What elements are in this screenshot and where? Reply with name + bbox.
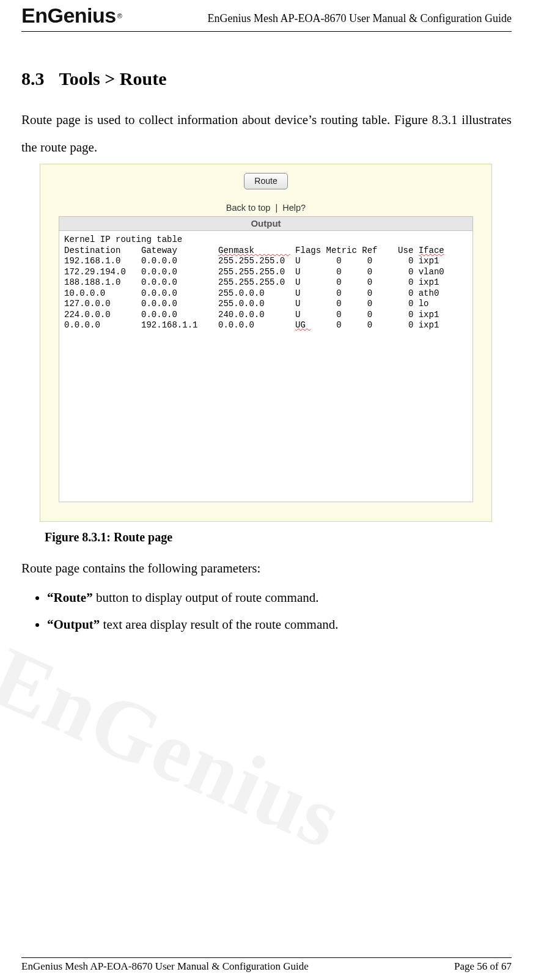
back-to-top-link[interactable]: Back to top — [226, 203, 271, 213]
list-item: “Route” button to display output of rout… — [47, 585, 512, 610]
page-footer: EnGenius Mesh AP-EOA-8670 User Manual & … — [21, 957, 512, 973]
figure-wrapper: Route Back to top | Help? Output Kernel … — [40, 164, 492, 522]
section-number: 8.3 — [21, 68, 45, 89]
output-header-bar: Output — [59, 216, 473, 231]
logo-part-gen: Gen — [47, 4, 87, 27]
figure-caption: Figure 8.3.1: Route page — [45, 530, 512, 544]
help-link[interactable]: Help? — [282, 203, 306, 213]
params-intro: Route page contains the following parame… — [21, 557, 512, 581]
page-header: EnGenius® EnGenius Mesh AP-EOA-8670 User… — [21, 0, 512, 32]
watermark-text: EnGenius — [0, 627, 357, 868]
page: EnGenius® EnGenius Mesh AP-EOA-8670 User… — [0, 0, 533, 980]
section-title: Tools > Route — [59, 68, 167, 89]
route-page-screenshot: Route Back to top | Help? Output Kernel … — [40, 164, 492, 522]
sub-links: Back to top | Help? — [40, 203, 491, 213]
param-desc: button to display output of route comman… — [93, 590, 319, 605]
param-name: “Route” — [47, 590, 93, 605]
logo: EnGenius® — [21, 4, 124, 27]
output-textarea[interactable]: Kernel IP routing table Destination Gate… — [59, 231, 473, 502]
route-output-text: Kernel IP routing table Destination Gate… — [64, 235, 468, 331]
logo-part-en: En — [21, 4, 47, 27]
list-item: “Output” text area display result of the… — [47, 612, 512, 637]
intro-paragraph: Route page is used to collect informatio… — [21, 106, 512, 161]
footer-left: EnGenius Mesh AP-EOA-8670 User Manual & … — [21, 960, 309, 973]
section-heading: 8.3Tools > Route — [21, 68, 512, 89]
link-separator: | — [275, 203, 278, 213]
header-doc-title: EnGenius Mesh AP-EOA-8670 User Manual & … — [208, 12, 512, 27]
route-button[interactable]: Route — [244, 173, 287, 189]
param-desc: text area display result of the route co… — [100, 617, 338, 632]
logo-part-ius: ius — [87, 4, 116, 27]
params-list: “Route” button to display output of rout… — [32, 585, 512, 637]
logo-registered-mark: ® — [117, 12, 122, 20]
footer-right: Page 56 of 67 — [454, 960, 512, 973]
param-name: “Output” — [47, 617, 100, 632]
